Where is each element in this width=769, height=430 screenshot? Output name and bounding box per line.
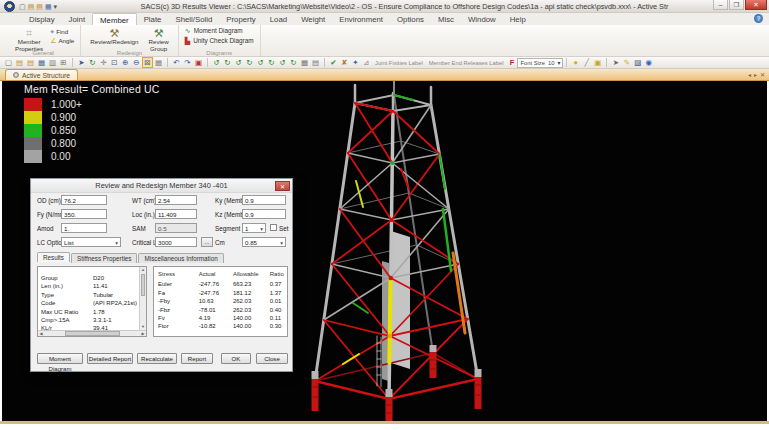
review-redesign-button[interactable]: ⚒ Review/Redesign bbox=[87, 26, 141, 47]
qat-open-icon[interactable]: ▤ bbox=[28, 1, 35, 12]
kz-input[interactable]: 0.9 bbox=[242, 209, 286, 219]
redo-icon[interactable]: ↷ bbox=[182, 57, 193, 68]
tab-stiffness-properties[interactable]: Stiffness Properties bbox=[71, 253, 137, 263]
loc-input[interactable]: 11.409 bbox=[155, 209, 197, 219]
rotate-left-icon[interactable]: ↺ bbox=[211, 57, 222, 68]
maximize-button[interactable]: ❐ bbox=[729, 0, 744, 10]
properties-horizontal-scrollbar[interactable]: ◀ ▶ bbox=[38, 330, 146, 336]
recalculate-button[interactable]: Recalculate bbox=[137, 353, 177, 364]
member-check-icon[interactable]: ✘ bbox=[339, 57, 350, 68]
tab-miscellaneous-information[interactable]: Miscellaneous Information bbox=[138, 253, 223, 263]
scrollbar-thumb[interactable] bbox=[65, 331, 120, 336]
tab-results[interactable]: Results bbox=[37, 252, 70, 262]
pan-icon[interactable]: ✛ bbox=[98, 57, 109, 68]
menu-environment[interactable]: Environment bbox=[332, 13, 390, 25]
iso-view-icon[interactable]: ↻ bbox=[288, 57, 299, 68]
menu-help[interactable]: Help bbox=[503, 13, 533, 25]
qat-more-icon[interactable]: ▾ bbox=[54, 1, 58, 12]
lc-option-select[interactable]: ▾List bbox=[61, 237, 121, 247]
moment-diagram-menu-button[interactable]: ∿ Moment Diagram bbox=[185, 26, 254, 36]
zoom-window-icon[interactable]: ⊡ bbox=[109, 57, 120, 68]
angle-button[interactable]: ∠ Angle bbox=[50, 37, 74, 45]
hatch-icon[interactable]: ▨ bbox=[632, 57, 643, 68]
scroll-left-icon[interactable]: ◀ bbox=[38, 331, 44, 336]
save-icon[interactable]: ▦ bbox=[36, 57, 47, 68]
menu-member[interactable]: Member bbox=[92, 13, 137, 25]
rotate-right-icon[interactable]: ↻ bbox=[222, 57, 233, 68]
close-dialog-button[interactable]: Close bbox=[256, 353, 288, 364]
structure-3d[interactable] bbox=[293, 81, 521, 421]
annotate-icon[interactable]: ✎ bbox=[621, 57, 632, 68]
tab-scroll-left-icon[interactable]: ◂ bbox=[748, 71, 751, 78]
critical-lc-browse-button[interactable]: ... bbox=[201, 237, 213, 247]
menu-weight[interactable]: Weight bbox=[294, 13, 332, 25]
rotate-up-icon[interactable]: ↺ bbox=[233, 57, 244, 68]
minimize-button[interactable]: – bbox=[713, 0, 728, 10]
menu-property[interactable]: Property bbox=[219, 13, 262, 25]
find-button[interactable]: ⌖ Find bbox=[50, 28, 74, 36]
scrollbar-thumb[interactable] bbox=[141, 274, 145, 296]
globe-icon[interactable]: ◉ bbox=[643, 57, 654, 68]
review-group-button[interactable]: ⚒ Review Group bbox=[145, 26, 171, 53]
spin-z-icon[interactable]: ↺ bbox=[277, 57, 288, 68]
slash-icon[interactable]: ╱ bbox=[581, 57, 592, 68]
table-view-icon[interactable]: ▦ bbox=[299, 57, 310, 68]
ok-button[interactable]: OK bbox=[221, 353, 251, 364]
snapshot-icon[interactable]: ▣ bbox=[592, 57, 603, 68]
copy-icon[interactable]: ⊞ bbox=[58, 57, 69, 68]
menu-plate[interactable]: Plate bbox=[137, 13, 169, 25]
scroll-up-icon[interactable]: ▲ bbox=[140, 267, 146, 273]
tab-scroll-right-icon[interactable]: ▸ bbox=[754, 71, 757, 78]
fy-input[interactable]: 350. bbox=[61, 209, 107, 219]
tag-icon[interactable]: ⊿ bbox=[361, 57, 372, 68]
menu-options[interactable]: Options bbox=[390, 13, 431, 25]
menu-joint[interactable]: Joint bbox=[62, 13, 92, 25]
spin-x-icon[interactable]: ↺ bbox=[255, 57, 266, 68]
joint-fixities-label[interactable]: Joint Fixities Label bbox=[375, 60, 423, 66]
segment-select[interactable]: ▾1 bbox=[242, 223, 266, 233]
select-icon[interactable]: ➤ bbox=[76, 57, 87, 68]
scroll-right-icon[interactable]: ▶ bbox=[140, 331, 146, 336]
redraw-icon[interactable]: ▦ bbox=[153, 57, 164, 68]
new-file-icon[interactable]: ▢ bbox=[3, 57, 14, 68]
detailed-report-button[interactable]: Detailed Report bbox=[87, 353, 133, 364]
spin-y-icon[interactable]: ↻ bbox=[266, 57, 277, 68]
zoom-in-icon[interactable]: ⊕ bbox=[120, 57, 131, 68]
zoom-out-icon[interactable]: ⊖ bbox=[131, 57, 142, 68]
wt-input[interactable]: 2.54 bbox=[155, 195, 197, 205]
joint-check-icon[interactable]: ✔ bbox=[328, 57, 339, 68]
report-button[interactable]: Report bbox=[181, 353, 213, 364]
tab-active-structure[interactable]: Active Structure bbox=[5, 69, 78, 80]
orbit-icon[interactable]: ↻ bbox=[87, 57, 98, 68]
menu-misc[interactable]: Misc bbox=[431, 13, 461, 25]
member-end-releases-label[interactable]: Member End Releases Label bbox=[429, 60, 504, 66]
open-project-icon[interactable]: ▤ bbox=[25, 57, 36, 68]
od-input[interactable]: 76.2 bbox=[61, 195, 107, 205]
qat-save-icon[interactable]: ▦ bbox=[45, 1, 52, 12]
print-icon[interactable]: ▥ bbox=[47, 57, 58, 68]
stop-icon[interactable]: ▣ bbox=[193, 57, 204, 68]
unity-check-diagram-menu-button[interactable]: ▙ Unity Check Diagram bbox=[185, 36, 254, 46]
member-properties-button[interactable]: ⌗ Member Properties bbox=[12, 26, 46, 53]
ky-input[interactable]: 0.9 bbox=[242, 195, 286, 205]
zoom-fit-icon[interactable]: ⊠ bbox=[142, 57, 153, 68]
font-size-select[interactable]: Font Size 10 ▾ bbox=[517, 58, 563, 68]
close-button[interactable]: ✕ bbox=[745, 0, 767, 10]
axes-label-icon[interactable]: ✦ bbox=[350, 57, 361, 68]
app-logo-icon[interactable]: S bbox=[4, 1, 15, 12]
menu-shellsolid[interactable]: Shell/Solid bbox=[168, 13, 219, 25]
critical-lc-input[interactable]: 3000 bbox=[155, 237, 197, 247]
rotate-down-icon[interactable]: ↻ bbox=[244, 57, 255, 68]
report-view-icon[interactable]: ▤ bbox=[310, 57, 321, 68]
menu-display[interactable]: Display bbox=[22, 13, 62, 25]
qat-new-icon[interactable]: ▢ bbox=[19, 1, 26, 12]
properties-vertical-scrollbar[interactable]: ▲ ▼ bbox=[139, 267, 146, 330]
open-folder-icon[interactable]: ▤ bbox=[14, 57, 25, 68]
moment-diagram-button[interactable]: Moment Diagram bbox=[37, 353, 83, 364]
undo-icon[interactable]: ↶ bbox=[171, 57, 182, 68]
menu-window[interactable]: Window bbox=[461, 13, 503, 25]
pointer-icon[interactable]: ➤ bbox=[610, 57, 621, 68]
qat-open2-icon[interactable]: ▤ bbox=[36, 1, 43, 12]
cm-select[interactable]: ▾0.85 bbox=[242, 237, 286, 247]
amod-input[interactable]: 1. bbox=[61, 223, 107, 233]
